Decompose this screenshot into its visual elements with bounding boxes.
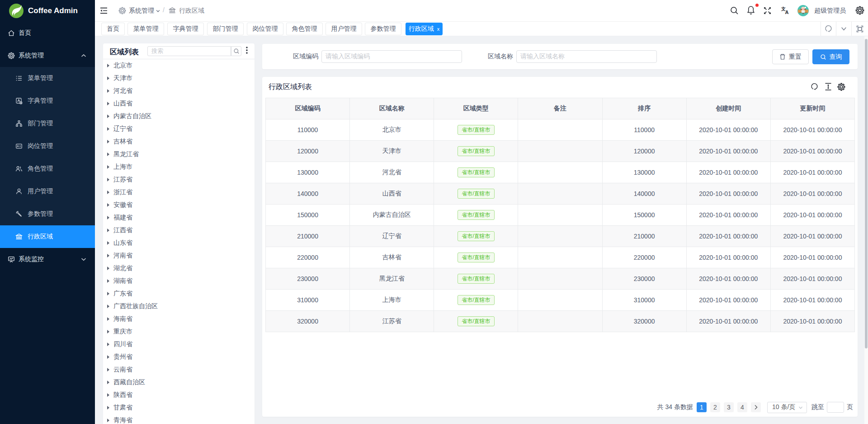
svg-text:A: A — [785, 10, 789, 15]
